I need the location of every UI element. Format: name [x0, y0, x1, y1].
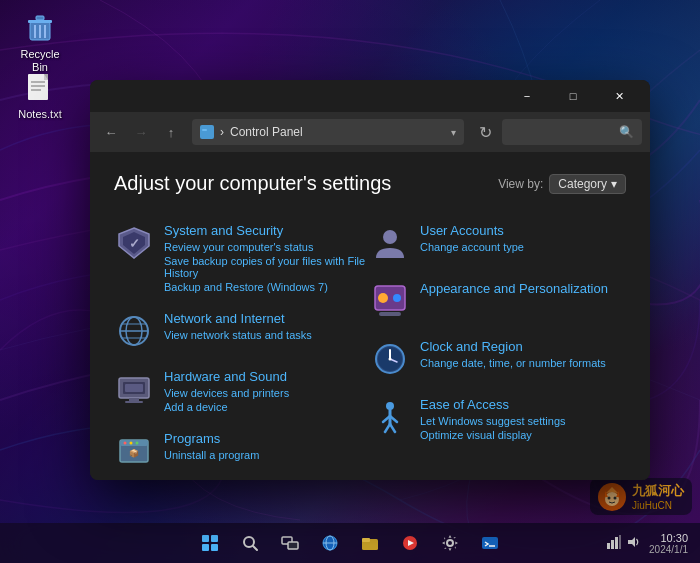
programs-link1[interactable]: Uninstall a program: [164, 449, 370, 461]
category-user-accounts[interactable]: User Accounts Change account type: [370, 213, 626, 271]
svg-line-61: [253, 546, 257, 550]
svg-point-36: [393, 294, 401, 302]
view-by-control: View by: Category ▾: [498, 174, 626, 194]
system-security-link3[interactable]: Backup and Restore (Windows 7): [164, 281, 370, 293]
svg-text:✓: ✓: [129, 236, 140, 251]
user-accounts-link1[interactable]: Change account type: [420, 241, 626, 253]
clock-link1[interactable]: Change date, time, or number formats: [420, 357, 626, 369]
watermark-text: 九狐河心: [632, 482, 684, 500]
address-dropdown-arrow[interactable]: ▾: [451, 127, 456, 138]
taskbar-media[interactable]: [392, 525, 428, 561]
svg-point-51: [605, 492, 619, 506]
hardware-link1[interactable]: View devices and printers: [164, 387, 370, 399]
svg-line-47: [385, 424, 390, 432]
clock-content: Clock and Region Change date, time, or n…: [420, 337, 626, 369]
svg-rect-57: [211, 535, 218, 542]
svg-rect-63: [288, 542, 298, 549]
svg-rect-25: [125, 401, 143, 403]
svg-point-55: [614, 496, 617, 499]
tray-network-icon: [607, 535, 621, 552]
appearance-icon: [370, 281, 410, 321]
view-by-dropdown[interactable]: Category ▾: [549, 174, 626, 194]
notes-image: [24, 72, 56, 104]
taskbar-explorer[interactable]: [352, 525, 388, 561]
system-security-link1[interactable]: Review your computer's status: [164, 241, 370, 253]
view-by-label: View by:: [498, 177, 543, 191]
category-programs[interactable]: 📦 Programs Uninstall a program: [114, 421, 370, 479]
taskbar-taskview[interactable]: [272, 525, 308, 561]
ease-access-title[interactable]: Ease of Access: [420, 397, 509, 412]
taskbar-browser[interactable]: [312, 525, 348, 561]
svg-rect-77: [615, 537, 618, 549]
back-button[interactable]: ←: [98, 119, 124, 145]
svg-line-48: [390, 424, 395, 432]
taskbar-search[interactable]: [232, 525, 268, 561]
start-button[interactable]: [192, 525, 228, 561]
search-icon[interactable]: 🔍: [619, 125, 634, 139]
svg-rect-73: [482, 537, 498, 549]
svg-rect-26: [125, 384, 143, 392]
watermark-sub: JiuHuCN: [632, 500, 684, 511]
svg-rect-56: [202, 535, 209, 542]
taskbar: 10:30 2024/1/1: [0, 523, 700, 563]
refresh-button[interactable]: ↻: [472, 119, 498, 145]
window-controls: − □ ✕: [504, 80, 642, 112]
ease-access-link1[interactable]: Let Windows suggest settings: [420, 415, 626, 427]
categories-grid: ✓ System and Security Review your comput…: [114, 213, 626, 479]
programs-content: Programs Uninstall a program: [164, 429, 370, 461]
desktop: Recycle Bin Notes.txt − □: [0, 0, 700, 563]
close-button[interactable]: ✕: [596, 80, 642, 112]
recycle-bin-image: [24, 12, 56, 44]
svg-rect-76: [611, 540, 614, 549]
svg-point-33: [383, 230, 397, 244]
ease-access-content: Ease of Access Let Windows suggest setti…: [420, 395, 626, 441]
svg-text:📦: 📦: [129, 448, 139, 458]
appearance-content: Appearance and Personalization: [420, 279, 626, 297]
svg-point-29: [124, 442, 127, 445]
clock-title[interactable]: Clock and Region: [420, 339, 523, 354]
svg-rect-59: [211, 544, 218, 551]
system-security-icon: ✓: [114, 223, 154, 263]
hardware-content: Hardware and Sound View devices and prin…: [164, 367, 370, 413]
content-header: Adjust your computer's settings View by:…: [114, 172, 626, 195]
notes-txt-icon[interactable]: Notes.txt: [8, 68, 72, 125]
hardware-link2[interactable]: Add a device: [164, 401, 370, 413]
clock-icon: [370, 339, 410, 379]
watermark: 九狐河心 JiuHuCN: [590, 478, 692, 515]
taskbar-settings[interactable]: [432, 525, 468, 561]
programs-title[interactable]: Programs: [164, 431, 220, 446]
maximize-button[interactable]: □: [550, 80, 596, 112]
up-button[interactable]: ↑: [158, 119, 184, 145]
network-title[interactable]: Network and Internet: [164, 311, 285, 326]
svg-point-35: [378, 293, 388, 303]
system-security-link2[interactable]: Save backup copies of your files with Fi…: [164, 255, 370, 279]
system-security-title[interactable]: System and Security: [164, 223, 283, 238]
category-appearance[interactable]: Appearance and Personalization: [370, 271, 626, 329]
address-folder-icon: [200, 125, 214, 139]
address-bar[interactable]: › Control Panel ▾: [192, 119, 464, 145]
svg-rect-69: [362, 538, 370, 542]
svg-rect-24: [129, 398, 139, 401]
svg-rect-12: [202, 130, 212, 137]
ease-access-link2[interactable]: Optimize visual display: [420, 429, 626, 441]
svg-point-72: [447, 540, 453, 546]
svg-rect-13: [202, 129, 207, 131]
category-ease-access[interactable]: Ease of Access Let Windows suggest setti…: [370, 387, 626, 449]
network-link1[interactable]: View network status and tasks: [164, 329, 370, 341]
nav-bar: ← → ↑ › Control Panel ▾ ↻ 🔍: [90, 112, 650, 152]
hardware-title[interactable]: Hardware and Sound: [164, 369, 287, 384]
svg-rect-75: [607, 543, 610, 549]
category-hardware[interactable]: Hardware and Sound View devices and prin…: [114, 359, 370, 421]
category-network[interactable]: Network and Internet View network status…: [114, 301, 370, 359]
programs-icon: 📦: [114, 431, 154, 471]
address-path: Control Panel: [230, 125, 303, 139]
minimize-button[interactable]: −: [504, 80, 550, 112]
appearance-title[interactable]: Appearance and Personalization: [420, 281, 608, 296]
search-bar[interactable]: 🔍: [502, 119, 642, 145]
svg-point-30: [130, 442, 133, 445]
user-accounts-title[interactable]: User Accounts: [420, 223, 504, 238]
forward-button[interactable]: →: [128, 119, 154, 145]
taskbar-terminal[interactable]: [472, 525, 508, 561]
category-clock[interactable]: Clock and Region Change date, time, or n…: [370, 329, 626, 387]
category-system-security[interactable]: ✓ System and Security Review your comput…: [114, 213, 370, 301]
